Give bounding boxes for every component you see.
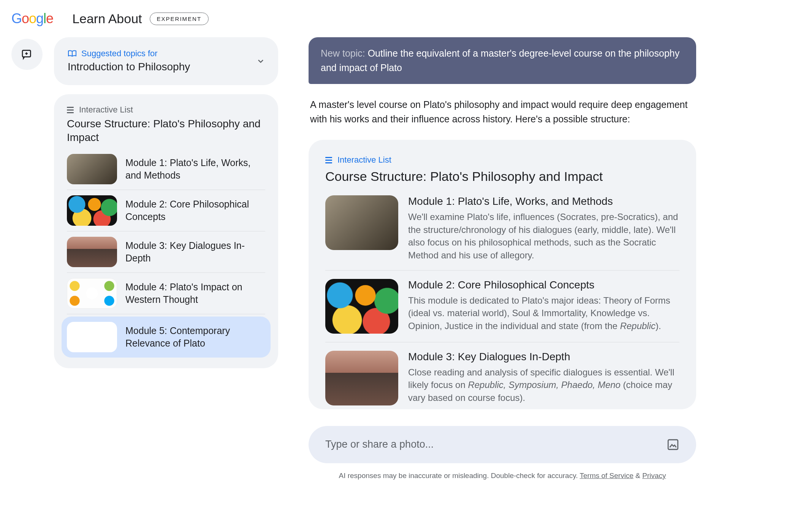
module-thumbnail xyxy=(325,195,398,250)
header: Google Learn About EXPERIMENT xyxy=(0,0,798,37)
sidebar-item-label: Module 3: Key Dialogues In-Depth xyxy=(125,239,265,264)
new-chat-button[interactable] xyxy=(11,39,43,70)
main-item-title: Module 3: Key Dialogues In-Depth xyxy=(408,351,679,363)
chat-input[interactable]: Type or share a photo... xyxy=(309,426,696,463)
sidebar-item-module-2[interactable]: Module 2: Core Philosophical Concepts xyxy=(67,190,265,231)
interactive-list-label: Interactive List xyxy=(67,105,265,115)
main-interactive-list-card: Interactive List Course Structure: Plato… xyxy=(309,140,696,409)
main-item-desc: This module is dedicated to Plato's majo… xyxy=(408,294,679,332)
module-thumbnail xyxy=(67,154,117,184)
input-placeholder: Type or share a photo... xyxy=(325,439,434,450)
module-thumbnail xyxy=(67,237,117,267)
main-item-module-2[interactable]: Module 2: Core Philosophical Concepts Th… xyxy=(325,271,679,342)
sidebar-item-module-4[interactable]: Module 4: Plato's Impact on Western Thou… xyxy=(67,273,265,314)
main-item-desc: We'll examine Plato's life, influences (… xyxy=(408,211,679,261)
sidebar-item-label: Module 1: Plato's Life, Works, and Metho… xyxy=(125,157,265,181)
topic-text: Outline the equivalent of a master's deg… xyxy=(321,48,679,73)
list-icon xyxy=(325,157,332,163)
main-item-title: Module 1: Plato's Life, Works, and Metho… xyxy=(408,195,679,207)
interactive-list-label: Interactive List xyxy=(325,155,679,165)
suggested-course-title: Introduction to Philosophy xyxy=(68,61,190,73)
suggested-topics-card[interactable]: Suggested topics for Introduction to Phi… xyxy=(54,37,278,85)
image-upload-icon[interactable] xyxy=(667,438,679,451)
user-topic-bubble: New topic: Outline the equivalent of a m… xyxy=(309,37,696,84)
app-title: Learn About xyxy=(72,11,142,26)
terms-link[interactable]: Terms of Service xyxy=(580,472,633,480)
module-thumbnail xyxy=(67,195,117,226)
experiment-badge: EXPERIMENT xyxy=(150,13,209,25)
main-item-module-1[interactable]: Module 1: Plato's Life, Works, and Metho… xyxy=(325,195,679,270)
main-item-module-3[interactable]: Module 3: Key Dialogues In-Depth Close r… xyxy=(325,342,679,405)
sidebar-item-label: Module 4: Plato's Impact on Western Thou… xyxy=(125,281,265,306)
main-list-title: Course Structure: Plato's Philosophy and… xyxy=(325,168,679,185)
module-thumbnail xyxy=(325,279,398,334)
suggested-label-text: Suggested topics for xyxy=(81,49,158,59)
disclaimer-text: AI responses may be inaccurate or mislea… xyxy=(339,472,580,480)
sidebar-item-module-3[interactable]: Module 3: Key Dialogues In-Depth xyxy=(67,231,265,273)
sidebar-item-module-1[interactable]: Module 1: Plato's Life, Works, and Metho… xyxy=(67,154,265,190)
privacy-link[interactable]: Privacy xyxy=(642,472,666,480)
chevron-down-icon[interactable] xyxy=(256,49,265,68)
topic-prefix: New topic: xyxy=(321,48,365,59)
interactive-list-label-text: Interactive List xyxy=(79,105,133,115)
book-icon xyxy=(68,50,77,57)
suggested-label: Suggested topics for xyxy=(68,49,190,59)
main-item-title: Module 2: Core Philosophical Concepts xyxy=(408,279,679,291)
module-thumbnail xyxy=(67,322,117,352)
module-thumbnail xyxy=(67,278,117,309)
sidebar-interactive-list-card: Interactive List Course Structure: Plato… xyxy=(54,94,278,368)
list-icon xyxy=(67,107,74,113)
sidebar-list-title: Course Structure: Plato's Philosophy and… xyxy=(67,117,265,145)
sidebar-item-module-5[interactable]: Module 5: Contemporary Relevance of Plat… xyxy=(62,317,271,358)
response-intro: A master's level course on Plato's philo… xyxy=(310,98,695,126)
sidebar-item-label: Module 2: Core Philosophical Concepts xyxy=(125,198,265,223)
module-thumbnail xyxy=(325,351,398,405)
svg-rect-1 xyxy=(668,440,678,450)
main-item-desc: Close reading and analysis of specific d… xyxy=(408,366,679,404)
new-chat-icon xyxy=(21,48,33,60)
sidebar-item-label: Module 5: Contemporary Relevance of Plat… xyxy=(125,325,265,349)
interactive-list-label-text: Interactive List xyxy=(337,155,391,165)
google-logo: Google xyxy=(11,11,53,27)
disclaimer: AI responses may be inaccurate or mislea… xyxy=(309,472,696,480)
